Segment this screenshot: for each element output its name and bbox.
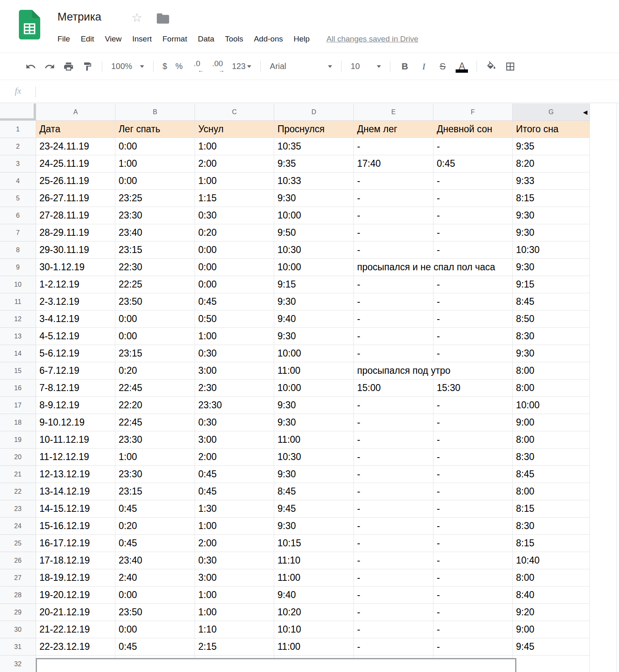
cell[interactable]: 8:45 <box>513 293 590 311</box>
menu-view[interactable]: View <box>99 33 127 45</box>
cell[interactable]: 23:30 <box>115 431 195 449</box>
cell[interactable]: 8:00 <box>513 483 590 500</box>
cell[interactable]: 8:50 <box>513 311 590 328</box>
italic-button[interactable]: I <box>414 58 433 76</box>
column-header-B[interactable]: B <box>115 104 195 121</box>
bold-button[interactable]: B <box>395 58 414 76</box>
row-header-23[interactable]: 23 <box>0 500 36 518</box>
cell[interactable]: 21-22.12.19 <box>36 621 115 638</box>
cell[interactable]: 1:15 <box>195 190 274 207</box>
sheets-logo-icon[interactable] <box>19 10 40 41</box>
cell[interactable]: - <box>354 604 433 621</box>
row-header-14[interactable]: 14 <box>0 345 36 362</box>
cell[interactable]: - <box>433 535 513 552</box>
cell[interactable]: 10:00 <box>274 380 354 397</box>
cell[interactable]: 0:45 <box>195 466 274 483</box>
cell[interactable]: 0:45 <box>195 483 274 500</box>
cell[interactable]: 0:30 <box>195 552 274 569</box>
cell[interactable]: 3-4.12.19 <box>36 311 115 328</box>
row-header-10[interactable]: 10 <box>0 276 36 293</box>
cell[interactable]: - <box>433 431 513 449</box>
cell[interactable]: - <box>354 552 433 569</box>
cell[interactable]: - <box>354 414 433 431</box>
cell[interactable]: 0:00 <box>115 621 195 638</box>
cell[interactable]: 1:00 <box>195 587 274 604</box>
row-header-16[interactable]: 16 <box>0 380 36 397</box>
menu-file[interactable]: File <box>52 33 76 45</box>
cell[interactable]: - <box>354 431 433 449</box>
cell[interactable]: - <box>354 242 433 259</box>
cell[interactable]: 28-29.11.19 <box>36 224 115 242</box>
row-header-17[interactable]: 17 <box>0 397 36 414</box>
cell[interactable]: - <box>433 173 513 190</box>
cell[interactable]: 10:00 <box>274 345 354 362</box>
decrease-decimal-button[interactable]: .0 ← <box>187 58 207 76</box>
cell[interactable]: 23:50 <box>115 293 195 311</box>
cell[interactable]: 22:30 <box>115 259 195 276</box>
cell[interactable]: - <box>433 207 513 224</box>
cell[interactable]: 0:00 <box>115 328 195 345</box>
cell[interactable]: 23:40 <box>115 224 195 242</box>
cell[interactable]: - <box>433 397 513 414</box>
borders-button[interactable] <box>501 58 520 76</box>
font-family-select[interactable]: Arial <box>266 58 336 76</box>
cell[interactable]: 13-14.12.19 <box>36 483 115 500</box>
cell[interactable]: - <box>354 466 433 483</box>
cell[interactable]: 8:15 <box>513 500 590 518</box>
cell[interactable]: 9:30 <box>274 466 354 483</box>
cell[interactable]: 9:30 <box>513 345 590 362</box>
cell[interactable]: - <box>433 190 513 207</box>
cell[interactable]: 8:15 <box>513 190 590 207</box>
cell[interactable]: 2:00 <box>195 535 274 552</box>
undo-button[interactable] <box>21 58 40 76</box>
row-header-25[interactable]: 25 <box>0 535 36 552</box>
cell[interactable]: 27-28.11.19 <box>36 207 115 224</box>
column-header-C[interactable]: C <box>195 104 274 121</box>
cell[interactable]: 15-16.12.19 <box>36 518 115 535</box>
cell[interactable]: - <box>433 587 513 604</box>
cell[interactable]: - <box>354 449 433 466</box>
star-icon[interactable]: ☆ <box>131 12 142 24</box>
header-cell[interactable]: Дата <box>36 121 115 138</box>
formula-input[interactable] <box>41 81 619 103</box>
cell[interactable]: 1:00 <box>195 518 274 535</box>
print-button[interactable] <box>59 58 78 76</box>
cell[interactable]: 8:30 <box>513 328 590 345</box>
cell[interactable]: 23:30 <box>115 466 195 483</box>
cell[interactable]: 0:00 <box>195 242 274 259</box>
cell[interactable]: 11:00 <box>274 638 354 656</box>
cell[interactable]: 3:00 <box>195 569 274 587</box>
header-cell[interactable]: Днем лег <box>354 121 433 138</box>
cell[interactable]: 8-9.12.19 <box>36 397 115 414</box>
row-header-26[interactable]: 26 <box>0 552 36 569</box>
cell[interactable]: 2:30 <box>195 380 274 397</box>
menu-edit[interactable]: Edit <box>76 33 100 45</box>
cell[interactable]: 10:30 <box>274 242 354 259</box>
cell[interactable]: 10:30 <box>274 449 354 466</box>
cell[interactable]: - <box>433 466 513 483</box>
cell[interactable]: 23:15 <box>115 242 195 259</box>
cell[interactable]: - <box>433 414 513 431</box>
cell[interactable]: - <box>354 483 433 500</box>
menu-addons[interactable]: Add-ons <box>248 33 288 45</box>
cell[interactable]: 8:30 <box>513 518 590 535</box>
row-header-12[interactable]: 12 <box>0 311 36 328</box>
row-header-6[interactable]: 6 <box>0 207 36 224</box>
font-size-select[interactable]: 10 <box>346 58 385 76</box>
cell[interactable]: 0:50 <box>195 311 274 328</box>
cell[interactable]: 23:15 <box>115 345 195 362</box>
cell[interactable]: 0:00 <box>115 311 195 328</box>
cell[interactable]: 0:45 <box>115 500 195 518</box>
cell[interactable]: 10:40 <box>513 552 590 569</box>
cell[interactable]: - <box>433 552 513 569</box>
cell[interactable]: 1:00 <box>195 604 274 621</box>
row-header-5[interactable]: 5 <box>0 190 36 207</box>
cell[interactable]: 23-24.11.19 <box>36 138 115 155</box>
cell[interactable]: - <box>433 138 513 155</box>
row-header-20[interactable]: 20 <box>0 449 36 466</box>
row-header-22[interactable]: 22 <box>0 483 36 500</box>
column-header-A[interactable]: A <box>36 104 115 121</box>
cell[interactable]: 1:00 <box>115 449 195 466</box>
row-header-2[interactable]: 2 <box>0 138 36 155</box>
cell[interactable]: 9:40 <box>274 311 354 328</box>
